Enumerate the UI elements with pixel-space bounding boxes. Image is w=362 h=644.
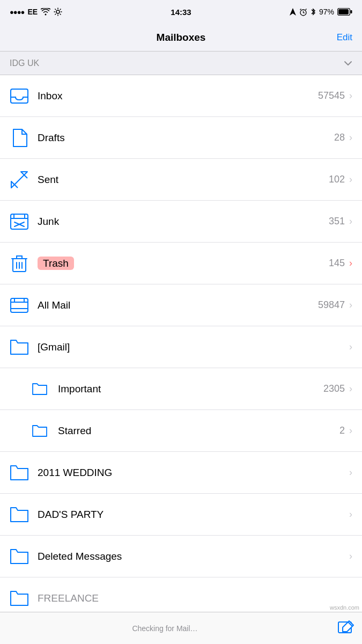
important-label: Important xyxy=(58,383,323,395)
svg-line-7 xyxy=(60,9,61,10)
trash-count: 145 xyxy=(329,258,345,269)
important-chevron: › xyxy=(349,383,352,394)
compose-button[interactable] xyxy=(330,612,362,645)
status-left: ●●●● EE xyxy=(10,8,62,16)
starred-label: Starred xyxy=(58,425,339,437)
page-title: Mailboxes xyxy=(157,32,206,43)
battery-percent: 97% xyxy=(319,8,334,16)
wedding-label: 2011 WEDDING xyxy=(38,467,349,479)
junk-label: Junk xyxy=(38,216,329,228)
deleted-chevron: › xyxy=(349,551,352,562)
freelance-folder-icon xyxy=(10,589,29,608)
trash-chevron: › xyxy=(349,258,352,269)
mailbox-row-drafts[interactable]: Drafts 28 › xyxy=(0,117,362,159)
svg-line-12 xyxy=(300,9,301,10)
starred-folder-icon xyxy=(30,421,49,441)
svg-rect-19 xyxy=(11,214,28,229)
mailbox-row-allmail[interactable]: All Mail 59847 › xyxy=(0,284,362,326)
mailbox-row-wedding[interactable]: 2011 WEDDING › xyxy=(0,452,362,494)
mailbox-row-gmail[interactable]: [Gmail] › xyxy=(0,326,362,368)
drafts-icon xyxy=(10,128,29,148)
chevron-down-icon xyxy=(344,61,352,66)
section-header[interactable]: IDG UK xyxy=(0,52,362,75)
drafts-chevron: › xyxy=(349,132,352,143)
dadsparty-chevron: › xyxy=(349,509,352,520)
inbox-label: Inbox xyxy=(38,90,318,102)
trash-label: Trash xyxy=(38,258,329,269)
svg-rect-33 xyxy=(11,298,28,312)
bottom-bar: Checking for Mail… xyxy=(0,612,362,644)
signal-bars: ●●●● xyxy=(10,8,24,16)
compose-icon xyxy=(337,620,354,637)
sent-icon xyxy=(10,170,29,189)
svg-line-8 xyxy=(55,14,56,15)
junk-count: 351 xyxy=(329,216,345,227)
brightness-icon xyxy=(54,8,62,16)
inbox-chevron: › xyxy=(349,90,352,101)
section-header-title: IDG UK xyxy=(10,58,39,68)
inbox-count: 57545 xyxy=(318,90,345,101)
svg-line-18 xyxy=(11,172,27,188)
svg-line-6 xyxy=(60,14,61,15)
inbox-icon xyxy=(10,86,29,106)
mailbox-row-trash[interactable]: Trash 145 › xyxy=(0,243,362,284)
deleted-label: Deleted Messages xyxy=(38,551,349,562)
starred-chevron: › xyxy=(349,425,352,436)
mailbox-row-starred[interactable]: Starred 2 › xyxy=(0,410,362,452)
mailbox-row-deleted[interactable]: Deleted Messages › xyxy=(0,536,362,577)
allmail-label: All Mail xyxy=(38,299,318,311)
sent-chevron: › xyxy=(349,174,352,185)
trash-label-highlight: Trash xyxy=(38,257,74,270)
junk-icon xyxy=(10,212,29,231)
status-bar: ●●●● EE 14:33 xyxy=(0,0,362,24)
battery-icon xyxy=(337,8,352,16)
edit-button[interactable]: Edit xyxy=(337,32,352,43)
sent-count: 102 xyxy=(329,174,345,185)
sent-label: Sent xyxy=(38,174,329,186)
status-right: 97% xyxy=(290,8,352,16)
svg-line-13 xyxy=(305,9,306,10)
mailbox-row-inbox[interactable]: Inbox 57545 › xyxy=(0,75,362,117)
important-count: 2305 xyxy=(323,383,345,394)
wedding-chevron: › xyxy=(349,467,352,478)
carrier-label: EE xyxy=(27,8,38,16)
nav-bar: Mailboxes Edit xyxy=(0,24,362,52)
gmail-chevron: › xyxy=(349,341,352,353)
alarm-icon xyxy=(299,8,307,16)
svg-line-5 xyxy=(55,9,56,10)
deleted-folder-icon xyxy=(10,547,29,566)
location-icon xyxy=(290,8,296,16)
allmail-chevron: › xyxy=(349,299,352,311)
trash-count-highlight: 145 xyxy=(329,258,345,268)
dadsparty-folder-icon xyxy=(10,505,29,524)
wedding-folder-icon xyxy=(10,463,29,482)
starred-count: 2 xyxy=(339,425,345,436)
mailbox-row-sent[interactable]: Sent 102 › xyxy=(0,159,362,201)
status-time: 14:33 xyxy=(171,8,191,17)
svg-rect-17 xyxy=(11,89,28,103)
gmail-label: [Gmail] xyxy=(38,341,349,353)
dadsparty-label: DAD'S PARTY xyxy=(38,509,349,521)
mailbox-row-dadsparty[interactable]: DAD'S PARTY › xyxy=(0,494,362,536)
important-folder-icon xyxy=(30,379,49,399)
mailbox-row-important[interactable]: Important 2305 › xyxy=(0,368,362,410)
watermark: wsxdn.com xyxy=(330,604,359,611)
drafts-label: Drafts xyxy=(38,132,334,144)
svg-rect-15 xyxy=(351,10,352,13)
svg-rect-16 xyxy=(338,9,349,14)
drafts-count: 28 xyxy=(334,132,345,143)
gmail-folder-icon xyxy=(10,338,29,357)
trash-icon xyxy=(10,254,29,273)
svg-point-0 xyxy=(56,10,60,13)
allmail-icon xyxy=(10,296,29,315)
bottom-status-text: Checking for Mail… xyxy=(0,624,330,633)
bluetooth-icon xyxy=(311,8,316,16)
mailbox-row-junk[interactable]: Junk 351 › xyxy=(0,201,362,243)
junk-chevron: › xyxy=(349,216,352,227)
allmail-count: 59847 xyxy=(318,299,345,311)
mailbox-list: Inbox 57545 › Drafts 28 › Sent 102 › xyxy=(0,75,362,619)
wifi-icon xyxy=(41,8,50,16)
freelance-label: FREELANCE xyxy=(38,592,352,604)
